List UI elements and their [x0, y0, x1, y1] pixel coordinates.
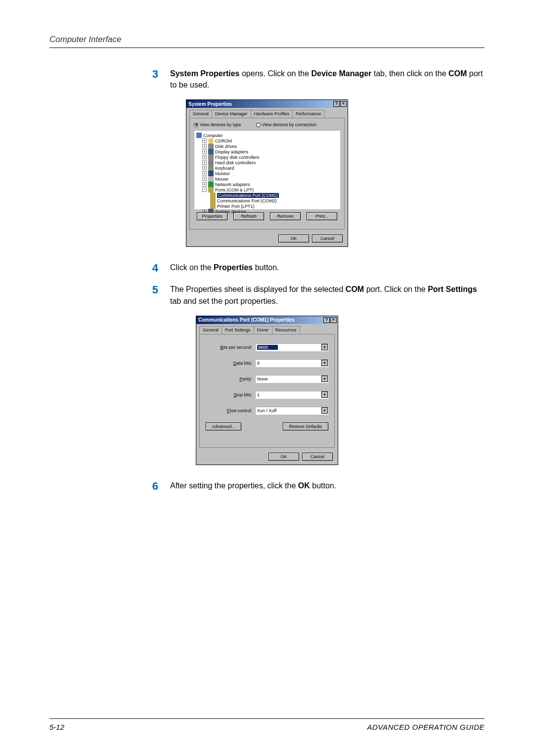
expand-icon[interactable]: + — [202, 166, 207, 170]
step-number: 6 — [143, 480, 158, 493]
expand-icon[interactable]: + — [202, 139, 207, 143]
bits-per-second-select[interactable]: 9600▼ — [255, 343, 328, 351]
advanced-button[interactable]: Advanced... — [206, 423, 241, 430]
expand-icon[interactable]: + — [202, 144, 207, 148]
display-icon — [208, 149, 214, 154]
footer-row: 5-12 ADVANCED OPERATION GUIDE — [49, 723, 485, 731]
tree-diskdrives[interactable]: +Disk drives — [202, 143, 338, 149]
ok-row: OK Cancel — [196, 451, 338, 465]
field-stop-bits: Stop bits: 1▼ — [206, 391, 328, 399]
tree-com1[interactable]: Communications Port (COM1) — [210, 192, 338, 198]
dialog-holder: Communications Port (COM1) Properties ? … — [49, 316, 485, 465]
tree-lpt1[interactable]: Printer Port (LPT1) — [210, 203, 338, 209]
label: Communications Port (COM2) — [217, 198, 277, 203]
expand-icon[interactable]: + — [202, 171, 207, 176]
header-rule — [49, 47, 485, 48]
bold: COM — [346, 285, 364, 293]
expand-icon[interactable]: + — [202, 182, 207, 187]
stop-bits-select[interactable]: 1▼ — [255, 391, 328, 399]
remove-button[interactable]: Remove — [270, 212, 301, 220]
tabs: General Port Settings Driver Resources — [196, 324, 338, 334]
help-icon[interactable]: ? — [333, 101, 340, 107]
bold: Device Manager — [311, 69, 371, 78]
t: port. Click on the — [364, 285, 428, 293]
tree-cdrom[interactable]: +CDROM — [202, 138, 338, 143]
tab-performance[interactable]: Performance — [292, 110, 325, 118]
tree-display[interactable]: +Display adapters — [202, 149, 338, 154]
tree-mouse[interactable]: +Mouse — [202, 176, 338, 182]
data-bits-select[interactable]: 8▼ — [255, 359, 328, 367]
label: Communications Port (COM1) — [217, 193, 279, 198]
bold: Port Settings — [428, 285, 477, 293]
ok-button[interactable]: OK — [278, 235, 309, 242]
collapse-icon[interactable]: − — [202, 188, 207, 192]
footer-rule — [49, 718, 485, 719]
port-icon — [210, 198, 216, 203]
refresh-button[interactable]: Refresh — [233, 212, 264, 220]
radio-view-connection[interactable]: View devices by connection — [256, 122, 316, 127]
expand-icon[interactable]: + — [202, 177, 207, 181]
tree-monitor[interactable]: +Monitor — [202, 171, 338, 176]
port-icon — [210, 192, 216, 198]
com-port-properties-dialog: Communications Port (COM1) Properties ? … — [196, 316, 338, 465]
step-text: The Properties sheet is displayed for th… — [170, 284, 485, 306]
help-icon[interactable]: ? — [323, 317, 330, 323]
tree-ports[interactable]: −Ports (COM & LPT) — [202, 187, 338, 192]
chevron-down-icon[interactable]: ▼ — [321, 360, 328, 366]
step-text: After setting the properties, click the … — [170, 480, 485, 491]
tree-hdd[interactable]: +Hard disk controllers — [202, 160, 338, 165]
radio-icon — [256, 123, 261, 127]
bold: Properties — [214, 263, 253, 272]
port-icon — [208, 187, 214, 192]
dialog-holder: System Properties ? × General Device Man… — [49, 99, 485, 247]
field-flow-control: Flow control: Xon / Xoff▼ — [206, 407, 328, 415]
ok-button[interactable]: OK — [268, 453, 299, 461]
tab-driver[interactable]: Driver — [254, 326, 272, 334]
close-icon[interactable]: × — [330, 317, 337, 323]
tree-com2[interactable]: Communications Port (COM2) — [210, 198, 338, 203]
dialog-title: Communications Port (COM1) Properties — [198, 317, 294, 323]
tab-general[interactable]: General — [199, 326, 222, 334]
chevron-down-icon[interactable]: ▼ — [321, 376, 328, 382]
tab-port-settings[interactable]: Port Settings — [222, 326, 254, 334]
bold: OK — [298, 481, 310, 490]
value: None — [257, 377, 268, 381]
close-icon[interactable]: × — [340, 101, 347, 107]
restore-defaults-button[interactable]: Restore Defaults — [283, 423, 328, 430]
step-text: Click on the Properties button. — [170, 262, 485, 273]
tab-hardware-profiles[interactable]: Hardware Profiles — [251, 110, 293, 118]
monitor-icon — [208, 171, 214, 176]
tree-keyboard[interactable]: +Keyboard — [202, 165, 338, 171]
expand-icon[interactable]: + — [202, 160, 207, 165]
expand-icon[interactable]: + — [202, 149, 207, 154]
tab-device-manager[interactable]: Device Manager — [212, 110, 251, 118]
tree-network[interactable]: +Network adapters — [202, 182, 338, 187]
chevron-down-icon[interactable]: ▼ — [321, 407, 328, 414]
port-icon — [210, 203, 216, 209]
bold: System Properties — [170, 69, 240, 78]
device-tree[interactable]: Computer +CDROM +Disk drives +Display ad… — [194, 130, 340, 209]
bold: COM — [448, 69, 467, 78]
label: Hard disk controllers — [215, 160, 256, 165]
floppy-icon — [208, 154, 214, 160]
properties-button[interactable]: Properties — [197, 212, 227, 220]
label: Parity: — [206, 377, 252, 381]
cancel-button[interactable]: Cancel — [312, 235, 343, 242]
field-data-bits: Data bits: 8▼ — [206, 359, 328, 367]
flow-control-select[interactable]: Xon / Xoff▼ — [255, 407, 328, 415]
print-button[interactable]: Print... — [307, 212, 337, 220]
radio-view-type[interactable]: View devices by type — [194, 122, 241, 127]
parity-select[interactable]: None▼ — [255, 375, 328, 383]
t: After setting the properties, click the — [170, 481, 298, 490]
tab-resources[interactable]: Resources — [272, 326, 300, 334]
chevron-down-icon[interactable]: ▼ — [321, 391, 328, 398]
tree-floppy[interactable]: +Floppy disk controllers — [202, 154, 338, 160]
expand-icon[interactable]: + — [202, 155, 207, 159]
cdrom-icon — [208, 138, 214, 143]
tab-general[interactable]: General — [189, 110, 212, 118]
system-properties-dialog: System Properties ? × General Device Man… — [186, 99, 348, 247]
t: button. — [310, 481, 336, 490]
tree-computer[interactable]: Computer — [196, 133, 338, 138]
chevron-down-icon[interactable]: ▼ — [321, 344, 328, 350]
cancel-button[interactable]: Cancel — [302, 453, 333, 461]
